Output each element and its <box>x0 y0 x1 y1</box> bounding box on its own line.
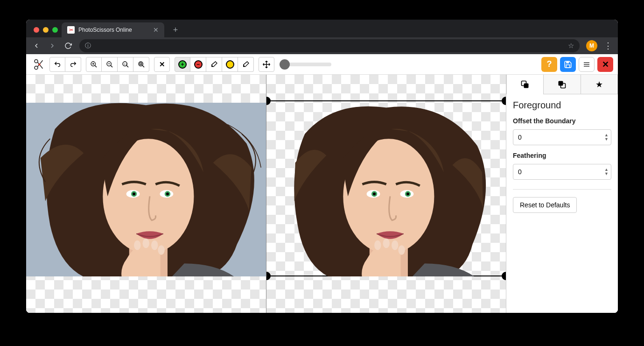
svg-line-14 <box>142 65 144 67</box>
address-bar: ⓘ ☆ M ⋮ <box>26 37 618 54</box>
svg-rect-47 <box>524 84 529 88</box>
profile-avatar[interactable]: M <box>586 40 597 51</box>
new-tab-button[interactable]: + <box>169 23 182 36</box>
reset-defaults-button[interactable]: Reset to Defaults <box>513 197 577 213</box>
original-image <box>26 103 266 276</box>
tab-close-icon[interactable]: ✕ <box>153 26 159 34</box>
window-maximize-icon[interactable] <box>52 27 58 33</box>
svg-point-33 <box>158 245 164 255</box>
svg-line-11 <box>126 65 128 67</box>
url-input[interactable]: ⓘ ☆ <box>79 39 580 52</box>
offset-label: Offset the Boundary <box>513 117 611 125</box>
undo-button[interactable] <box>49 57 65 72</box>
browser-tab[interactable]: ✂ PhotoScissors Online ✕ <box>62 22 164 37</box>
svg-point-31 <box>143 239 149 248</box>
svg-point-29 <box>166 192 169 195</box>
svg-line-4 <box>95 65 97 67</box>
mark-hair-button[interactable] <box>222 57 238 72</box>
svg-point-26 <box>133 192 135 195</box>
window-controls <box>32 27 62 37</box>
window-close-icon[interactable] <box>34 27 39 33</box>
help-button[interactable]: ? <box>541 57 557 72</box>
bookmark-icon[interactable]: ☆ <box>568 42 574 50</box>
tab-effects[interactable]: ★ <box>581 75 618 94</box>
clear-marks-button[interactable]: ✕ <box>154 57 170 72</box>
tab-strip: ✂ PhotoScissors Online ✕ + <box>26 20 618 37</box>
side-panel: ★ Foreground Offset the Boundary ▲▼ Feat… <box>506 75 618 313</box>
svg-point-42 <box>374 240 381 250</box>
offset-stepper[interactable]: ▲▼ <box>604 133 609 141</box>
browser-menu-icon[interactable]: ⋮ <box>604 41 612 51</box>
svg-point-38 <box>372 192 375 195</box>
panel-title: Foreground <box>513 100 611 111</box>
app-menu-button[interactable] <box>579 57 595 72</box>
svg-text:1:1: 1:1 <box>124 63 127 65</box>
zoom-out-button[interactable] <box>102 57 118 72</box>
close-app-button[interactable]: ✕ <box>597 57 613 72</box>
browser-window: ✂ PhotoScissors Online ✕ + ⓘ ☆ M ⋮ <box>26 20 618 313</box>
feathering-label: Feathering <box>513 152 611 159</box>
result-pane[interactable] <box>266 75 506 313</box>
slider-thumb[interactable] <box>280 59 290 70</box>
move-tool-button[interactable] <box>259 57 274 72</box>
svg-line-8 <box>111 65 112 67</box>
reload-button[interactable] <box>63 42 73 49</box>
tab-favicon-icon: ✂ <box>67 26 75 34</box>
svg-point-41 <box>406 192 409 195</box>
save-button[interactable] <box>560 57 576 72</box>
divider <box>513 189 611 190</box>
zoom-in-button[interactable] <box>86 57 102 72</box>
original-pane[interactable] <box>26 75 266 313</box>
hair-eraser-button[interactable] <box>238 57 254 72</box>
brush-size-slider[interactable] <box>280 63 331 66</box>
feathering-input[interactable] <box>513 164 611 180</box>
zoom-actual-button[interactable]: 1:1 <box>118 57 133 72</box>
svg-rect-15 <box>140 63 141 64</box>
crop-guide-top <box>266 100 506 101</box>
side-tabs: ★ <box>506 75 618 94</box>
result-image <box>266 103 506 276</box>
app-logo-icon <box>31 57 45 71</box>
offset-input[interactable] <box>513 129 611 145</box>
tab-background[interactable] <box>544 75 581 94</box>
workspace: ★ Foreground Offset the Boundary ▲▼ Feat… <box>26 75 618 313</box>
zoom-fit-button[interactable] <box>133 57 149 72</box>
svg-point-44 <box>392 240 398 250</box>
svg-point-43 <box>383 239 389 248</box>
mark-background-button[interactable]: − <box>190 57 206 72</box>
canvas-area <box>26 75 506 313</box>
app-toolbar: 1:1 ✕ + − <box>26 54 618 75</box>
forward-button[interactable] <box>48 42 57 49</box>
app-root: 1:1 ✕ + − <box>26 54 618 313</box>
svg-rect-16 <box>566 61 569 64</box>
svg-point-30 <box>134 240 140 250</box>
tab-foreground[interactable] <box>506 75 544 94</box>
mark-foreground-button[interactable]: + <box>175 57 190 72</box>
window-minimize-icon[interactable] <box>43 27 49 33</box>
svg-rect-17 <box>566 64 570 67</box>
site-info-icon[interactable]: ⓘ <box>85 42 91 50</box>
feathering-stepper[interactable]: ▲▼ <box>604 168 609 176</box>
svg-point-45 <box>398 245 405 255</box>
redo-button[interactable] <box>65 57 81 72</box>
eraser-button[interactable] <box>206 57 222 72</box>
svg-point-13 <box>139 62 143 66</box>
svg-point-32 <box>151 240 158 250</box>
tab-title: PhotoScissors Online <box>78 27 132 33</box>
back-button[interactable] <box>32 42 41 49</box>
